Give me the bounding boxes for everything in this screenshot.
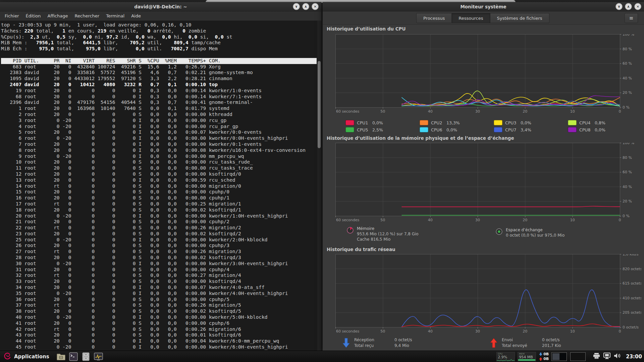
download-arrow-icon [539, 352, 543, 356]
menu-item-terminal[interactable]: Terminal [106, 13, 124, 18]
svg-text:615 octets/s: 615 octets/s [623, 281, 641, 286]
system-monitor-launcher-icon[interactable] [94, 352, 103, 361]
applications-menu[interactable]: Applications [14, 354, 49, 360]
cpu-legend-item-cpu8[interactable]: CPU80,0% [568, 127, 642, 132]
svg-text:40 %: 40 % [623, 76, 632, 80]
cpu-section-title: Historique d’utilisation du CPU [327, 26, 406, 32]
clock[interactable]: 23:00 [626, 354, 642, 360]
menu-item-fichier[interactable]: Fichier [5, 13, 19, 18]
maximize-icon[interactable]: ∧ [302, 3, 309, 10]
terminal-line: 8 root 20 0 0 0 0 I 0,0 0,0 0:00.08 kwor… [1, 147, 317, 154]
svg-text:40: 40 [428, 218, 433, 222]
menu-item-affichage[interactable]: Affichage [47, 13, 68, 18]
color-swatch [494, 127, 502, 132]
svg-text:20: 20 [523, 329, 527, 334]
color-swatch [345, 120, 354, 125]
cpu-name: CPU6 [431, 127, 446, 132]
terminal-line: Tâches: 220 total, 1 en cours, 219 en ve… [1, 28, 317, 34]
terminal-screen[interactable]: top - 23:00:53 up 9 min, 1 user, load av… [0, 21, 321, 351]
tab-bar: ProcessusRessourcesSystèmes de fichiers [416, 13, 549, 23]
cpu-applet[interactable]: CPU 2.9% [496, 352, 515, 361]
cpu-legend-item-cpu5[interactable]: CPU52,5% [345, 127, 420, 132]
terminal-line: 37 root rt 0 0 0 0 S 0,0 0,0 0:00.26 mig… [1, 302, 317, 308]
terminal-line: 2396 david 20 0 479176 54156 40544 S 0,3… [1, 100, 317, 106]
cpu-legend-item-cpu4[interactable]: CPU40,8% [568, 120, 642, 125]
svg-text:820 octets/s: 820 octets/s [623, 267, 641, 271]
tab-ressources[interactable]: Ressources [452, 13, 490, 23]
monitor-titlebar[interactable]: Moniteur système ∨ ∧ × [323, 2, 644, 11]
desktop: david@VB-DebCin: ~ ∨ ∧ × FichierÉditionA… [0, 0, 644, 362]
tab-syst-mes-de-fichiers[interactable]: Systèmes de fichiers [490, 13, 549, 23]
svg-text:20 %: 20 % [623, 90, 632, 95]
recv-label: Réception [354, 337, 392, 343]
scrollbar-thumb[interactable] [318, 61, 321, 148]
svg-text:0: 0 [619, 329, 621, 334]
svg-text:0: 0 [619, 109, 621, 114]
terminal-line: 3 root 0 -20 0 0 0 I 0,0 0,0 0:00.00 rcu… [1, 118, 317, 124]
terminal-scrollbar[interactable] [317, 21, 321, 351]
file-manager-launcher-icon[interactable] [82, 352, 91, 361]
folder-launcher-icon[interactable] [57, 352, 66, 361]
terminal-line: 17 root rt 0 0 0 0 S 0,0 0,0 0:00.25 mig… [1, 201, 317, 207]
cpu-percent: 0,0% [521, 120, 531, 125]
cpu-name: CPU8 [579, 127, 595, 132]
terminal-window: david@VB-DebCin: ~ ∨ ∧ × FichierÉditionA… [0, 2, 321, 351]
terminal-line: 30 root 0 -20 0 0 0 I 0,0 0,0 0:00.00 kw… [1, 261, 317, 267]
cpu-legend-item-cpu1[interactable]: CPU10,0% [345, 120, 420, 125]
memory-legend-item: Mémoire 953,6 Mio (12,0 %) sur 7,8 Gio C… [347, 226, 419, 242]
tab-processus[interactable]: Processus [416, 13, 452, 23]
volume-icon[interactable] [614, 353, 621, 360]
svg-text:60 secondes: 60 secondes [336, 218, 359, 222]
terminal-line: 2407 david 20 0 10412 4080 3232 R 0,7 0,… [1, 82, 317, 88]
debian-logo-icon[interactable] [3, 352, 11, 362]
close-icon[interactable]: × [634, 3, 641, 10]
terminal-line: 7 root 20 0 0 0 0 I 0,0 0,0 0:00.00 kwor… [1, 141, 317, 147]
close-icon[interactable]: × [312, 3, 319, 10]
minimize-icon[interactable]: ∨ [293, 3, 300, 10]
color-swatch [345, 127, 354, 132]
terminal-line: 26 root 20 0 0 0 0 S 0,0 0,0 0:00.00 cpu… [1, 243, 317, 249]
cpu-name: CPU7 [505, 127, 521, 132]
memory-history-chart: 100 %80 %60 %40 %20 %0 %60 secondes50403… [335, 143, 641, 223]
cpu-legend-item-cpu6[interactable]: CPU60,0% [420, 127, 494, 132]
cpu-history-chart: 100 %80 %60 %40 %20 %0 %60 secondes50403… [335, 34, 641, 115]
hamburger-menu-icon[interactable]: ≡ [625, 13, 638, 23]
terminal-line: 13 root 20 0 0 0 0 I 0,0 0,0 0:00.59 rcu… [1, 177, 317, 183]
memory-applet[interactable]: MEM 954 MB [518, 352, 536, 361]
cpu-name: CPU2 [431, 120, 446, 125]
send-total-label: Total envoyé [502, 343, 539, 349]
network-history-chart: 1,0 Kio/s820 octets/s615 octets/s410 oct… [335, 254, 641, 335]
minimize-icon[interactable]: ∨ [615, 3, 623, 10]
menu-item-aide[interactable]: Aide [131, 13, 141, 18]
terminal-line: 5 root 20 0 0 0 0 I 0,0 0,0 0:00.07 kwor… [1, 129, 317, 135]
terminal-title: david@VB-DebCin: ~ [134, 4, 187, 9]
svg-text:60 secondes: 60 secondes [336, 329, 359, 334]
svg-text:100 %: 100 % [623, 143, 634, 145]
terminal-line: 16 root 20 0 0 0 0 S 0,0 0,0 0:00.00 cpu… [1, 195, 317, 201]
terminal-line: 68 root 20 0 0 0 0 I 0,3 0,0 0:00.14 kwo… [1, 94, 317, 100]
display-icon[interactable] [603, 353, 610, 360]
cpu-legend-item-cpu2[interactable]: CPU213,3% [420, 120, 494, 125]
network-applet[interactable]: 0B 0B [539, 352, 549, 361]
printer-icon[interactable] [593, 353, 600, 360]
terminal-line: 43 root 20 0 0 0 0 S 0,0 0,0 0:00.01 kso… [1, 332, 317, 338]
color-swatch [420, 120, 428, 125]
svg-text:40: 40 [428, 109, 433, 114]
terminal-line: 683 root 20 0 432840 100724 49216 S 15,6… [1, 64, 317, 70]
cpu-legend-item-cpu3[interactable]: CPU30,0% [494, 120, 568, 125]
maximize-icon[interactable]: ∧ [625, 3, 632, 10]
terminal-launcher-icon[interactable] [69, 352, 78, 361]
workspace-switcher-1[interactable] [551, 352, 567, 361]
process-table-header: PID UTIL. PR NI VIRT RES SHR S %CPU %MEM… [1, 58, 317, 64]
workspace-switcher-2[interactable] [570, 352, 586, 361]
memory-usage-bar [518, 359, 535, 361]
terminal-titlebar[interactable]: david@VB-DebCin: ~ ∨ ∧ × [0, 2, 321, 11]
color-swatch [494, 120, 502, 125]
monitor-toolbar: ProcessusRessourcesSystèmes de fichiers … [323, 11, 644, 25]
menu-item-rechercher[interactable]: Rechercher [75, 13, 100, 18]
recv-total: 9,4 Mio [394, 343, 412, 349]
menu-item-édition[interactable]: Édition [26, 13, 41, 18]
terminal-line: MiB Mem : 7956,1 total, 6441,5 libr, 705… [1, 40, 317, 46]
terminal-line: 18 root 20 0 0 0 0 S 0,0 0,0 0:00.02 kso… [1, 207, 317, 213]
cpu-legend-item-cpu7[interactable]: CPU73,4% [494, 127, 568, 132]
